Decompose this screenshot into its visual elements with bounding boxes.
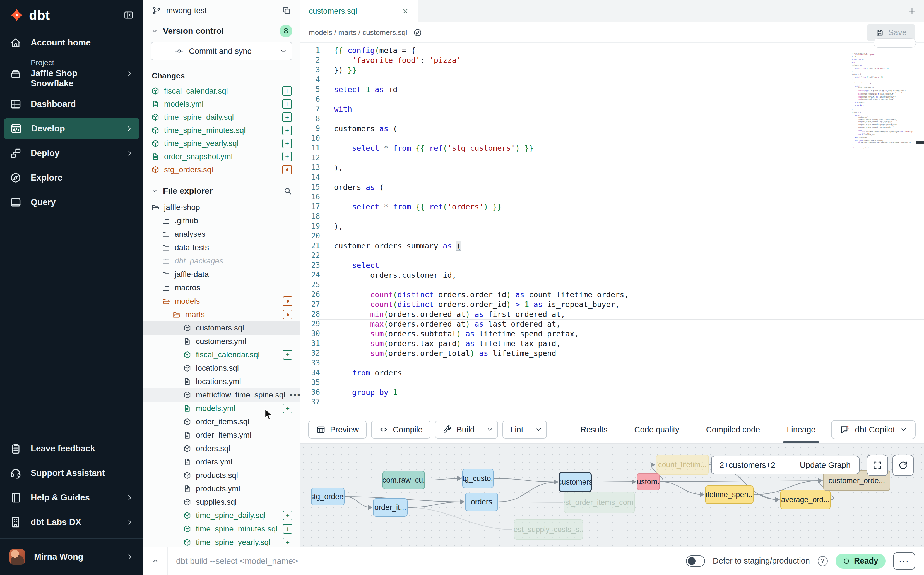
file-tree-item-order-items-yml[interactable]: order_items.yml: [143, 429, 300, 442]
lineage-node-lifetime_spend[interactable]: lifetime_spen...: [705, 485, 754, 504]
file-tree-item-models-yml[interactable]: models.yml+: [143, 402, 300, 415]
file-tree-item-customers-yml[interactable]: customers.yml: [143, 335, 300, 348]
file-tree-item-orders-sql[interactable]: orders.sql: [143, 442, 300, 455]
modified-dot-icon[interactable]: [283, 296, 292, 306]
stage-add-icon[interactable]: +: [282, 99, 292, 109]
defer-toggle[interactable]: [686, 556, 705, 567]
lineage-node-test_order_items[interactable]: test_order_items_com...: [564, 492, 635, 513]
code-line-11[interactable]: 11 select * from {{ ref('stg_customers')…: [300, 143, 924, 153]
expand-command-bar-button[interactable]: [143, 557, 167, 565]
file-tree-item-orders-yml[interactable]: orders.yml: [143, 455, 300, 469]
code-line-25[interactable]: 25: [300, 280, 924, 290]
command-input[interactable]: dbt build --select <model_name>: [176, 556, 298, 566]
file-tree-item-analyses[interactable]: analyses: [143, 227, 300, 241]
code-line-17[interactable]: 17 select * from {{ ref('orders') }}: [300, 202, 924, 211]
change-row[interactable]: time_spine_minutes.sql +: [143, 124, 300, 137]
lint-options-button[interactable]: [531, 421, 546, 438]
scrollbar-thumb[interactable]: [916, 141, 924, 144]
tab-customers-sql[interactable]: customers.sql: [300, 0, 418, 22]
stage-add-icon[interactable]: +: [283, 524, 292, 534]
help-icon[interactable]: ?: [818, 556, 828, 566]
change-row[interactable]: models.yml +: [143, 97, 300, 111]
file-tree-item-fiscal-calendar-sql[interactable]: fiscal_calendar.sql+: [143, 348, 300, 362]
code-line-34[interactable]: 34 from orders: [300, 368, 924, 378]
more-options-button[interactable]: ...: [893, 553, 915, 570]
file-tree-item-products-yml[interactable]: products.yml: [143, 482, 300, 496]
file-tree-item-products-sql[interactable]: products.sql: [143, 469, 300, 482]
lineage-node-customers_metric[interactable]: custom...: [637, 473, 660, 491]
collapse-sidebar-icon[interactable]: [123, 10, 134, 21]
sidebar-item-support-assistant[interactable]: Support Assistant: [0, 461, 143, 485]
sidebar-item-account-home[interactable]: Account home: [0, 30, 143, 55]
tab-compiled-code[interactable]: Compiled code: [706, 416, 760, 443]
file-tree-item-locations-sql[interactable]: locations.sql: [143, 362, 300, 375]
code-line-36[interactable]: 36 group by 1: [300, 388, 924, 397]
code-editor[interactable]: 1{{ config(meta = {2 'favorite_food': 'p…: [300, 43, 924, 416]
code-line-7[interactable]: 7with: [300, 104, 924, 114]
dbt-copilot-button[interactable]: dbt Copilot: [831, 420, 916, 439]
file-tree-item-models[interactable]: models: [143, 294, 300, 308]
user-menu[interactable]: Mirna Wong: [0, 539, 143, 575]
sidebar-item-jaffle-shop-snowflake[interactable]: Project Jaffle Shop Snowflake: [0, 55, 143, 92]
file-tree-item-order-items-sql[interactable]: order_items.sql: [143, 415, 300, 429]
version-control-section-header[interactable]: Version control 8: [143, 21, 300, 41]
lineage-node-customers[interactable]: customers: [559, 472, 592, 492]
code-line-33[interactable]: 33: [300, 358, 924, 368]
code-line-37[interactable]: 37: [300, 397, 924, 407]
change-row[interactable]: time_spine_daily.sql +: [143, 111, 300, 124]
build-button[interactable]: Build: [436, 421, 482, 438]
change-row[interactable]: order_snapshot.yml +: [143, 150, 300, 163]
update-graph-button[interactable]: Update Graph: [791, 456, 859, 474]
code-line-30[interactable]: 30 sum(orders.subtotal) as lifetime_spen…: [300, 329, 924, 338]
minimap[interactable]: {{ config(meta = { 'favorite_food': 'piz…: [852, 53, 913, 149]
stage-add-icon[interactable]: +: [283, 350, 292, 359]
file-tree-item-macros[interactable]: macros: [143, 281, 300, 294]
code-line-4[interactable]: 4: [300, 75, 924, 84]
file-tree-item-supplies-sql[interactable]: supplies.sql: [143, 496, 300, 509]
code-line-2[interactable]: 2 'favorite_food': 'pizza': [300, 55, 924, 65]
compass-icon[interactable]: [413, 28, 422, 37]
modified-dot-icon[interactable]: [283, 310, 292, 319]
tab-results[interactable]: Results: [580, 416, 608, 443]
code-line-14[interactable]: 14: [300, 173, 924, 182]
commit-and-sync-button[interactable]: Commit and sync: [151, 42, 292, 60]
file-tree-item-marts[interactable]: marts: [143, 308, 300, 321]
change-row[interactable]: time_spine_yearly.sql +: [143, 137, 300, 150]
code-line-13[interactable]: 13),: [300, 163, 924, 173]
file-search-button[interactable]: [283, 186, 292, 196]
code-line-12[interactable]: 12: [300, 153, 924, 163]
file-tree-item-jaffle-data[interactable]: jaffle-data: [143, 268, 300, 281]
code-line-28[interactable]: 28 min(orders.ordered_at) as first_order…: [300, 309, 924, 319]
copy-branch-button[interactable]: [282, 6, 291, 15]
code-line-22[interactable]: 22: [300, 251, 924, 260]
code-line-6[interactable]: 6: [300, 94, 924, 104]
new-tab-icon[interactable]: [907, 6, 917, 16]
code-line-19[interactable]: 19),: [300, 221, 924, 231]
close-icon[interactable]: [402, 8, 409, 15]
file-tree-item-customers-sql[interactable]: customers.sql: [143, 321, 300, 335]
sidebar-item-deploy[interactable]: Deploy: [0, 141, 143, 165]
preview-button[interactable]: Preview: [308, 421, 366, 438]
lineage-node-raw_customers[interactable]: ecom.raw_cu...: [382, 471, 425, 489]
code-line-29[interactable]: 29 max(orders.ordered_at) as last_ordere…: [300, 319, 924, 329]
sidebar-item-query[interactable]: Query: [0, 190, 143, 214]
code-line-23[interactable]: 23 select: [300, 260, 924, 270]
scroll-indicator[interactable]: [873, 38, 916, 48]
file-tree-item-locations-yml[interactable]: locations.yml: [143, 375, 300, 388]
sidebar-item-explore[interactable]: Explore: [0, 165, 143, 190]
lineage-node-stg_customers[interactable]: stg_custo...: [462, 469, 493, 488]
tab-lineage[interactable]: Lineage: [787, 416, 815, 443]
fullscreen-button[interactable]: [867, 455, 888, 476]
lineage-filter-input[interactable]: 2+customers+2: [712, 456, 791, 474]
file-tree-item-time-spine-daily-sql[interactable]: time_spine_daily.sql+: [143, 509, 300, 522]
stage-add-icon[interactable]: +: [283, 538, 292, 546]
status-badge[interactable]: Ready: [835, 553, 886, 569]
change-row[interactable]: stg_orders.sql: [143, 163, 300, 176]
file-tree-item-time-spine-minutes-sql[interactable]: time_spine_minutes.sql+: [143, 522, 300, 536]
file-explorer-section-header[interactable]: File explorer: [143, 181, 300, 201]
lineage-node-order_items[interactable]: order_it...: [373, 498, 407, 517]
stage-add-icon[interactable]: +: [283, 403, 292, 413]
commit-options-button[interactable]: [274, 43, 292, 60]
code-line-5[interactable]: 5select 1 as id: [300, 84, 924, 94]
modified-dot-icon[interactable]: [282, 165, 292, 175]
